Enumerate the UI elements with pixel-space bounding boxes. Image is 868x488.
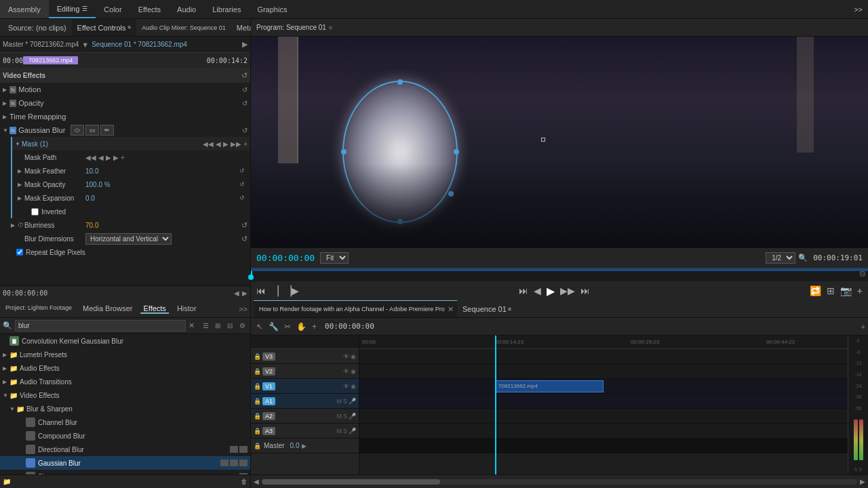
tab-source[interactable]: Source: (no clips): [3, 19, 72, 36]
add-track-btn[interactable]: +: [861, 323, 865, 331]
master-dropdown[interactable]: ▼: [81, 41, 89, 49]
v1-lock[interactable]: 🔒: [254, 383, 261, 390]
blurriness-reset[interactable]: ↺: [241, 221, 248, 230]
loop-btn[interactable]: 🔁: [810, 285, 821, 296]
effect-sharpen[interactable]: Sharpen: [0, 470, 250, 474]
add-marker-btn[interactable]: +: [857, 285, 863, 296]
scroll-left[interactable]: ◀: [254, 478, 259, 485]
mp-forward[interactable]: ▶: [113, 154, 119, 161]
icon-view-btn[interactable]: ⊞: [212, 321, 223, 331]
tab-audio-mixer[interactable]: Audio Clip Mixer: Sequence 01: [136, 19, 231, 36]
a3-solo[interactable]: S: [343, 428, 347, 434]
folder-audio-transitions[interactable]: ▶ 📁 Audio Transitions: [0, 375, 250, 388]
nav-libraries[interactable]: Libraries: [204, 0, 249, 18]
tool-razor[interactable]: ✂: [281, 322, 294, 331]
scrubber-diamond[interactable]: [248, 274, 254, 280]
v3-visibility[interactable]: 👁: [343, 353, 349, 360]
tab-history[interactable]: Histor: [174, 304, 199, 312]
mask-play[interactable]: ▶: [223, 140, 229, 148]
step-back-btn2[interactable]: ◀: [534, 285, 541, 296]
v2-lock[interactable]: 🔒: [254, 368, 261, 375]
mask-feather-value[interactable]: 10.0: [85, 167, 98, 175]
time-remapping-expand[interactable]: ▶: [3, 114, 9, 120]
tab-sequence-01[interactable]: Sequence 01 ≡: [457, 300, 517, 317]
pen-btn[interactable]: ✏: [100, 125, 114, 136]
v3-lock[interactable]: 🔒: [254, 353, 261, 360]
settings-view-btn[interactable]: ⚙: [237, 321, 248, 331]
v2-label-btn[interactable]: V2: [262, 367, 275, 375]
a3-mute[interactable]: M: [336, 428, 342, 434]
repeat-edge-checkbox[interactable]: [16, 249, 23, 256]
folder-blur-sharpen[interactable]: ▼ 📁 Blur & Sharpen: [0, 402, 250, 415]
master-arrow[interactable]: ▶: [242, 40, 248, 49]
master-expand[interactable]: ▶: [302, 443, 307, 449]
step-fwd-btn[interactable]: ▶▶: [560, 285, 575, 296]
tab-media-browser[interactable]: Media Browser: [80, 304, 135, 312]
mask-opacity-value[interactable]: 100.0 %: [85, 181, 111, 188]
new-folder-btn[interactable]: 📁: [3, 478, 11, 485]
mark-in-btn[interactable]: ⏮: [256, 285, 266, 296]
v2-visibility[interactable]: 👁: [343, 368, 349, 375]
effect-channel-blur[interactable]: Channel Blur: [0, 415, 250, 429]
program-menu-icon[interactable]: ≡: [329, 24, 332, 31]
mask-handle-left[interactable]: [341, 149, 347, 155]
scroll-right[interactable]: ▶: [860, 478, 865, 485]
fit-select[interactable]: Fit: [320, 252, 349, 264]
a1-mic[interactable]: 🎤: [349, 398, 356, 405]
a2-label-btn[interactable]: A2: [262, 412, 275, 420]
panel-expand-btn[interactable]: >>: [239, 305, 248, 313]
scrollbar-thumb[interactable]: [262, 479, 440, 485]
grid-view-btn[interactable]: ⊟: [224, 321, 235, 331]
render-tab-close[interactable]: ✕: [448, 305, 454, 314]
v1-solo[interactable]: ◉: [351, 383, 356, 390]
tool-selection[interactable]: ↖: [254, 322, 266, 331]
mask-expansion-reset[interactable]: ↺: [239, 195, 245, 201]
blur-dim-reset[interactable]: ↺: [241, 235, 248, 243]
v1-visibility[interactable]: 👁: [343, 383, 349, 390]
a3-lock[interactable]: 🔒: [254, 428, 261, 434]
tab-project[interactable]: Project: Lighten Footage: [3, 304, 75, 311]
mp-prev[interactable]: ◀◀: [85, 154, 96, 161]
tab-effect-controls[interactable]: Effect Controls ≡: [72, 19, 137, 36]
mask-expansion-value[interactable]: 0.0: [85, 195, 95, 202]
master-lock[interactable]: 🔒: [254, 443, 261, 449]
a1-mute[interactable]: M: [336, 398, 342, 405]
blurriness-value[interactable]: 70.0: [85, 222, 98, 229]
master-volume[interactable]: 0.0: [290, 442, 300, 449]
nav-effects[interactable]: Effects: [130, 0, 169, 18]
mask-prev[interactable]: ◀◀: [203, 140, 214, 148]
mask-handle-right[interactable]: [454, 149, 459, 155]
mask-forward[interactable]: ▶▶: [231, 140, 241, 148]
me-expand[interactable]: ▶: [18, 195, 24, 201]
list-view-btn[interactable]: ☰: [200, 321, 211, 331]
nav-next[interactable]: ▶: [242, 289, 248, 297]
folder-video-effects[interactable]: ▼ 📁 Video Effects: [0, 388, 250, 402]
gb-reset[interactable]: ↺: [242, 127, 248, 134]
a2-solo[interactable]: S: [343, 413, 347, 420]
a2-mute[interactable]: M: [336, 413, 342, 420]
ellipse-btn[interactable]: ⬭: [71, 125, 84, 136]
export-frame-btn[interactable]: 📷: [840, 285, 852, 296]
inverted-checkbox[interactable]: [31, 208, 39, 216]
a3-mic[interactable]: 🎤: [349, 428, 356, 434]
v3-solo[interactable]: ◉: [351, 353, 356, 360]
play-btn[interactable]: ▶: [547, 285, 555, 298]
effect-convolution[interactable]: 📋 Convolution Kernel Gaussian Blur: [0, 334, 250, 348]
clip-badge[interactable]: 708213662.mp4: [23, 56, 78, 64]
rect-btn[interactable]: ▭: [85, 125, 99, 136]
video-effects-reset[interactable]: ↺: [241, 71, 248, 80]
mf-expand[interactable]: ▶: [18, 168, 24, 174]
effect-compound-blur[interactable]: Compound Blur: [0, 429, 250, 443]
video-clip[interactable]: 708213662.mp4: [495, 380, 604, 392]
mp-play[interactable]: ▶: [106, 154, 111, 161]
mask-back[interactable]: ◀: [216, 140, 221, 148]
nav-graphics[interactable]: Graphics: [249, 0, 295, 18]
blur-dim-select[interactable]: Horizontal and Vertical: [85, 233, 172, 245]
go-to-out-btn[interactable]: ⏭: [580, 285, 590, 296]
go-to-in-btn[interactable]: ⏭: [519, 285, 528, 296]
program-timeline-scrubber[interactable]: [251, 268, 868, 281]
nav-editing[interactable]: Editing ☰: [49, 0, 96, 18]
step-back-btn[interactable]: ▕▶: [284, 285, 299, 296]
mask-expand[interactable]: ▼: [15, 141, 22, 147]
tool-zoom-in[interactable]: +: [309, 322, 319, 331]
